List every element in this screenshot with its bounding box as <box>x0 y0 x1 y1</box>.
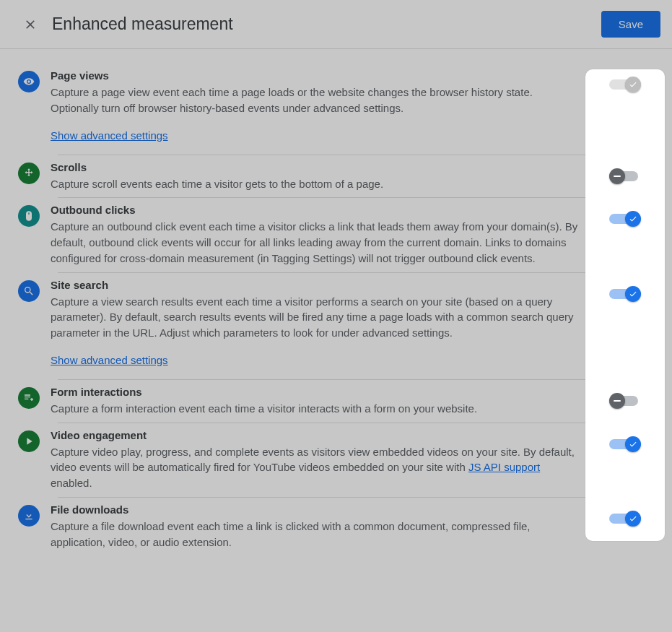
toggle-outbound-clicks[interactable] <box>609 211 641 227</box>
toggle-scrolls[interactable] <box>609 168 641 184</box>
row-scrolls: Scrolls Capture scroll events each time … <box>7 155 665 198</box>
desc-text: enabled. <box>51 477 92 489</box>
item-desc: Capture scroll events each time a visito… <box>51 176 580 192</box>
mouse-icon <box>18 205 40 227</box>
check-icon <box>625 286 641 302</box>
check-icon <box>625 211 641 227</box>
item-desc: Capture an outbound click event each tim… <box>51 219 580 266</box>
item-desc: Capture a form interaction event each ti… <box>51 401 580 417</box>
item-desc: Capture a view search results event each… <box>51 294 580 341</box>
check-icon <box>625 436 641 452</box>
row-file-downloads: File downloads Capture a file download e… <box>7 498 665 556</box>
show-advanced-link[interactable]: Show advanced settings <box>51 129 168 142</box>
row-video-engagement: Video engagement Capture video play, pro… <box>7 423 665 497</box>
toggle-form-interactions[interactable] <box>609 393 641 409</box>
form-icon <box>18 387 40 409</box>
item-title: Form interactions <box>51 386 580 398</box>
item-title: Scrolls <box>51 161 580 173</box>
scroll-icon <box>18 163 40 184</box>
dialog-title: Enhanced measurement <box>52 14 601 34</box>
show-advanced-link[interactable]: Show advanced settings <box>51 354 168 366</box>
item-title: Video engagement <box>51 429 580 441</box>
js-api-support-link[interactable]: JS API support <box>468 461 540 473</box>
search-icon <box>18 280 40 302</box>
row-form-interactions: Form interactions Capture a form interac… <box>7 380 665 423</box>
check-icon <box>625 77 641 92</box>
save-button[interactable]: Save <box>601 11 660 38</box>
row-outbound-clicks: Outbound clicks Capture an outbound clic… <box>7 198 665 272</box>
item-title: Site search <box>51 279 580 291</box>
item-title: Outbound clicks <box>51 204 580 216</box>
close-button[interactable] <box>16 10 45 39</box>
settings-list: Page views Capture a page view event eac… <box>0 49 672 555</box>
download-icon <box>18 505 40 527</box>
toggle-site-search[interactable] <box>609 286 641 302</box>
row-page-views: Page views Capture a page view event eac… <box>7 64 665 155</box>
play-icon <box>18 430 40 452</box>
toggle-file-downloads[interactable] <box>609 511 641 527</box>
toggle-video-engagement[interactable] <box>609 436 641 452</box>
item-title: File downloads <box>51 503 580 516</box>
eye-icon <box>18 71 40 92</box>
item-desc: Capture video play, progress, and comple… <box>51 444 580 491</box>
item-desc: Capture a page view event each time a pa… <box>51 85 580 116</box>
check-icon <box>625 511 641 527</box>
close-icon <box>23 17 38 32</box>
item-desc: Capture a file download event each time … <box>51 519 580 550</box>
dialog-header: Enhanced measurement Save <box>0 0 672 49</box>
toggle-page-views <box>609 77 641 92</box>
toggle-highlight-strip <box>585 69 665 541</box>
item-title: Page views <box>51 69 580 82</box>
row-site-search: Site search Capture a view search result… <box>7 273 665 379</box>
